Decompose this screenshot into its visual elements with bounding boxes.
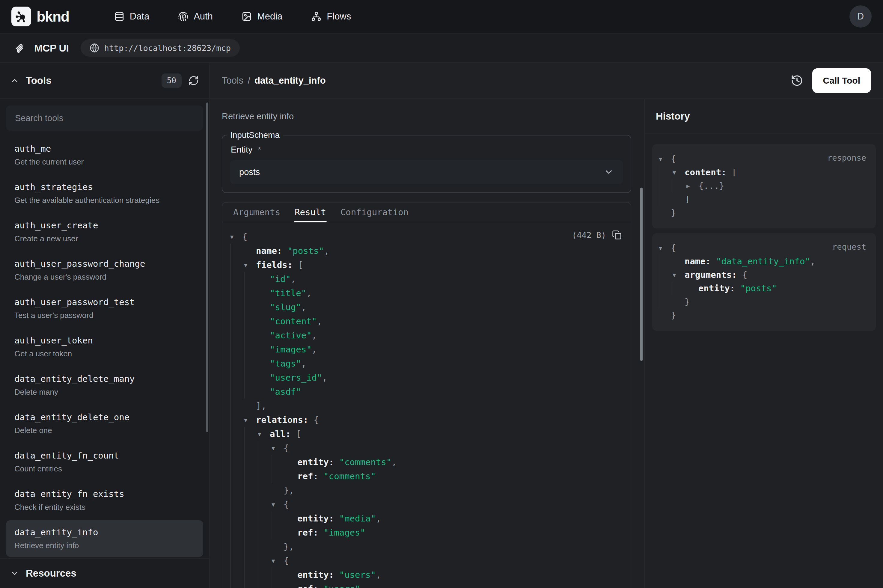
indent-guide [244,568,258,582]
tool-item-description: Retrieve entity info [14,540,195,551]
tool-item-auth_me[interactable]: auth_meGet the current user [6,136,203,173]
call-tool-button[interactable]: Call Tool [812,68,871,93]
main-scrollbar[interactable] [640,188,643,361]
history-entry-response[interactable]: ▼{▼content: [▶{...}]} response [652,144,876,228]
tool-item-auth_user_password_change[interactable]: auth_user_password_changeChange a user's… [6,252,203,288]
json-key: entity: [297,570,334,580]
main-header: Tools / data_entity_info Call Tool [210,63,883,99]
nav-item-auth[interactable]: Auth [178,11,213,22]
json-punctuation: , [376,570,381,580]
tool-item-auth_user_create[interactable]: auth_user_createCreate a new user [6,213,203,250]
json-row: entity: "users", [230,568,621,582]
indent-guide [271,525,285,540]
nav-item-flows[interactable]: Flows [311,11,351,22]
indent-guide [258,540,271,554]
json-string-value: "comments" [334,457,391,467]
tab-result[interactable]: Result [288,202,333,222]
sidebar-scrollbar[interactable] [206,102,208,432]
json-key: relations: [256,415,309,425]
indent-guide [230,554,244,568]
indent-guide [258,511,271,525]
tools-section-header[interactable]: Tools 50 [0,63,209,99]
indent-guide [258,582,271,588]
json-key: all: [270,429,291,439]
breadcrumb-current: data_entity_info [255,75,326,86]
history-title: History [656,111,690,122]
history-entry-label: response [827,153,866,162]
entity-select[interactable]: posts [230,160,623,184]
tool-item-auth_strategies[interactable]: auth_strategiesGet the available authent… [6,175,203,212]
collapse-arrow-icon[interactable]: ▼ [271,501,283,508]
json-string-value: "users" [334,570,376,580]
tool-item-data_entity_fn_exists[interactable]: data_entity_fn_existsCheck if entity exi… [6,482,203,519]
collapse-arrow-icon[interactable]: ▼ [659,244,671,251]
json-row: ▼relations: { [230,412,621,427]
indent-guide [659,295,673,308]
collapse-arrow-icon[interactable]: ▼ [230,234,242,240]
json-punctuation: { [283,556,289,566]
resources-section-header[interactable]: Resources [0,558,209,588]
collapse-arrow-icon[interactable]: ▼ [271,557,283,564]
indent-guide [244,525,258,540]
json-row: } [659,206,867,219]
tool-item-auth_user_token[interactable]: auth_user_tokenGet a user token [6,328,203,365]
tool-item-name: auth_user_create [14,219,195,231]
mcp-url-pill[interactable]: http://localhost:28623/mcp [81,39,240,57]
history-icon[interactable] [791,74,803,87]
breadcrumb-root[interactable]: Tools [222,75,243,86]
indent-guide [230,441,244,455]
indent-guide [244,272,258,286]
nav-item-media[interactable]: Media [241,11,282,22]
indent-guide [230,356,244,370]
tools-list-container: auth_meGet the current userauth_strategi… [0,99,209,558]
history-header: History [645,99,883,134]
indent-guide [230,399,244,412]
indent-guide [230,370,244,384]
indent-guide [673,281,687,295]
collapse-arrow-icon[interactable]: ▼ [673,272,685,278]
refresh-icon[interactable] [188,75,199,86]
tab-arguments[interactable]: Arguments [226,202,288,222]
json-row: ▼{ [230,230,621,244]
tool-item-name: auth_user_password_change [14,258,195,270]
json-row: ref: "comments" [230,469,621,483]
json-row: "title", [230,286,621,300]
collapse-arrow-icon[interactable]: ▼ [659,156,671,162]
tool-item-data_entity_fn_count[interactable]: data_entity_fn_countCount entities [6,444,203,480]
collapse-arrow-icon[interactable]: ▼ [258,430,270,437]
indent-guide [258,455,271,469]
indent-guide [230,469,244,483]
indent-guide [230,286,244,300]
avatar[interactable]: D [849,5,872,28]
nav-item-data[interactable]: Data [114,11,149,22]
json-row: ref: "users" [230,582,621,588]
breadcrumb-separator: / [247,75,250,86]
indent-guide [244,427,258,441]
search-input[interactable] [8,105,201,130]
indent-guide [659,281,673,295]
json-punctuation: [ [292,260,303,270]
tab-configuration[interactable]: Configuration [333,202,416,222]
json-punctuation: { [309,415,319,425]
collapse-arrow-icon[interactable]: ▼ [244,262,256,268]
indent-guide [230,244,244,258]
collapse-arrow-icon[interactable]: ▼ [271,445,283,452]
workflow-icon [311,11,321,22]
nav-item-label: Data [130,11,149,22]
sidebar: Tools 50 auth_meGet the current userauth… [0,63,210,588]
history-entry-request[interactable]: ▼{name: "data_entity_info",▼arguments: {… [652,233,876,331]
tool-item-description: Check if entity exists [14,502,195,513]
tool-item-data_entity_delete_many[interactable]: data_entity_delete_manyDelete many [6,367,203,404]
tool-item-data_entity_delete_one[interactable]: data_entity_delete_oneDelete one [6,405,203,442]
expand-arrow-icon[interactable]: ▶ [687,183,699,189]
collapse-arrow-icon[interactable]: ▼ [673,169,685,176]
json-row: "images", [230,342,621,356]
tool-item-auth_user_password_test[interactable]: auth_user_password_testTest a user's pas… [6,290,203,327]
json-string-value: "images" [270,344,312,354]
json-string-value: "users" [318,584,360,588]
tool-item-description: Get the current user [14,156,195,167]
tool-item-data_entity_info[interactable]: data_entity_infoRetrieve entity info [6,520,203,557]
brand[interactable]: bknd [11,7,69,26]
collapse-arrow-icon[interactable]: ▼ [244,417,256,423]
copy-icon[interactable] [612,230,622,240]
